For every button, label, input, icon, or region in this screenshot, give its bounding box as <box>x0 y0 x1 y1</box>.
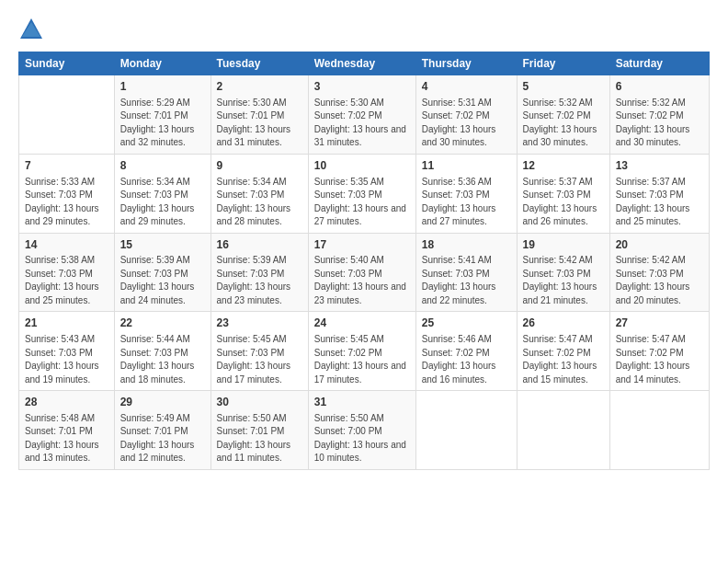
page: SundayMondayTuesdayWednesdayThursdayFrid… <box>0 0 728 563</box>
day-number: 8 <box>120 158 205 174</box>
calendar-cell: 21Sunrise: 5:43 AMSunset: 7:03 PMDayligh… <box>19 312 115 391</box>
day-number: 27 <box>616 316 703 331</box>
column-header-thursday: Thursday <box>415 52 517 75</box>
day-number: 21 <box>25 316 108 331</box>
calendar-cell: 8Sunrise: 5:34 AMSunset: 7:03 PMDaylight… <box>114 154 210 233</box>
calendar-cell <box>609 391 709 470</box>
calendar-cell: 11Sunrise: 5:36 AMSunset: 7:03 PMDayligh… <box>415 154 517 233</box>
calendar-cell: 5Sunrise: 5:32 AMSunset: 7:02 PMDaylight… <box>517 75 609 155</box>
day-number: 20 <box>616 237 703 253</box>
cell-content: Sunrise: 5:37 AMSunset: 7:03 PMDaylight:… <box>616 176 703 229</box>
calendar-cell: 9Sunrise: 5:34 AMSunset: 7:03 PMDaylight… <box>210 154 308 233</box>
day-number: 16 <box>217 237 302 253</box>
cell-content: Sunrise: 5:38 AMSunset: 7:03 PMDaylight:… <box>25 254 108 307</box>
week-row-1: 1Sunrise: 5:29 AMSunset: 7:01 PMDaylight… <box>19 75 710 155</box>
calendar-cell: 13Sunrise: 5:37 AMSunset: 7:03 PMDayligh… <box>609 154 709 233</box>
calendar-cell: 10Sunrise: 5:35 AMSunset: 7:03 PMDayligh… <box>308 154 415 233</box>
svg-marker-1 <box>22 22 40 37</box>
day-number: 3 <box>314 79 410 95</box>
calendar-cell: 14Sunrise: 5:38 AMSunset: 7:03 PMDayligh… <box>19 233 115 312</box>
day-number: 17 <box>314 237 410 253</box>
calendar-cell: 24Sunrise: 5:45 AMSunset: 7:02 PMDayligh… <box>308 312 415 391</box>
cell-content: Sunrise: 5:34 AMSunset: 7:03 PMDaylight:… <box>120 176 205 229</box>
day-number: 15 <box>120 237 205 253</box>
column-header-friday: Friday <box>517 52 609 75</box>
day-number: 22 <box>120 316 205 331</box>
day-number: 13 <box>616 158 703 174</box>
week-row-3: 14Sunrise: 5:38 AMSunset: 7:03 PMDayligh… <box>19 233 710 312</box>
calendar-cell: 4Sunrise: 5:31 AMSunset: 7:02 PMDaylight… <box>415 75 517 155</box>
cell-content: Sunrise: 5:34 AMSunset: 7:03 PMDaylight:… <box>217 176 302 229</box>
calendar-cell: 17Sunrise: 5:40 AMSunset: 7:03 PMDayligh… <box>308 233 415 312</box>
logo <box>18 17 48 42</box>
calendar-cell: 31Sunrise: 5:50 AMSunset: 7:00 PMDayligh… <box>308 391 415 470</box>
cell-content: Sunrise: 5:31 AMSunset: 7:02 PMDaylight:… <box>422 97 511 150</box>
cell-content: Sunrise: 5:48 AMSunset: 7:01 PMDaylight:… <box>25 412 108 465</box>
calendar-cell: 2Sunrise: 5:30 AMSunset: 7:01 PMDaylight… <box>210 75 308 155</box>
cell-content: Sunrise: 5:47 AMSunset: 7:02 PMDaylight:… <box>616 333 703 386</box>
cell-content: Sunrise: 5:46 AMSunset: 7:02 PMDaylight:… <box>422 333 511 386</box>
day-number: 19 <box>523 237 604 253</box>
calendar-cell: 7Sunrise: 5:33 AMSunset: 7:03 PMDaylight… <box>19 154 115 233</box>
calendar-cell <box>19 75 115 155</box>
cell-content: Sunrise: 5:36 AMSunset: 7:03 PMDaylight:… <box>422 176 511 229</box>
week-row-2: 7Sunrise: 5:33 AMSunset: 7:03 PMDaylight… <box>19 154 710 233</box>
calendar-cell: 27Sunrise: 5:47 AMSunset: 7:02 PMDayligh… <box>609 312 709 391</box>
day-number: 31 <box>314 395 410 410</box>
cell-content: Sunrise: 5:42 AMSunset: 7:03 PMDaylight:… <box>523 254 604 307</box>
day-number: 18 <box>422 237 511 253</box>
day-number: 23 <box>217 316 302 331</box>
day-number: 12 <box>523 158 604 174</box>
day-number: 26 <box>523 316 604 331</box>
cell-content: Sunrise: 5:37 AMSunset: 7:03 PMDaylight:… <box>523 176 604 229</box>
day-number: 2 <box>217 79 302 95</box>
day-number: 24 <box>314 316 410 331</box>
day-number: 9 <box>217 158 302 174</box>
calendar-cell: 1Sunrise: 5:29 AMSunset: 7:01 PMDaylight… <box>114 75 210 155</box>
cell-content: Sunrise: 5:44 AMSunset: 7:03 PMDaylight:… <box>120 333 205 386</box>
cell-content: Sunrise: 5:43 AMSunset: 7:03 PMDaylight:… <box>25 333 108 386</box>
day-number: 4 <box>422 79 511 95</box>
calendar-cell: 28Sunrise: 5:48 AMSunset: 7:01 PMDayligh… <box>19 391 115 470</box>
column-header-monday: Monday <box>114 52 210 75</box>
logo-icon <box>18 17 44 42</box>
cell-content: Sunrise: 5:39 AMSunset: 7:03 PMDaylight:… <box>217 254 302 307</box>
day-number: 29 <box>120 395 205 410</box>
day-number: 11 <box>422 158 511 174</box>
calendar-cell: 25Sunrise: 5:46 AMSunset: 7:02 PMDayligh… <box>415 312 517 391</box>
calendar-cell: 15Sunrise: 5:39 AMSunset: 7:03 PMDayligh… <box>114 233 210 312</box>
day-number: 30 <box>217 395 302 410</box>
calendar-table: SundayMondayTuesdayWednesdayThursdayFrid… <box>18 52 710 470</box>
calendar-cell <box>415 391 517 470</box>
calendar-cell: 29Sunrise: 5:49 AMSunset: 7:01 PMDayligh… <box>114 391 210 470</box>
day-number: 5 <box>523 79 604 95</box>
week-row-4: 21Sunrise: 5:43 AMSunset: 7:03 PMDayligh… <box>19 312 710 391</box>
header <box>18 17 710 42</box>
calendar-cell: 23Sunrise: 5:45 AMSunset: 7:03 PMDayligh… <box>210 312 308 391</box>
calendar-cell: 19Sunrise: 5:42 AMSunset: 7:03 PMDayligh… <box>517 233 609 312</box>
cell-content: Sunrise: 5:41 AMSunset: 7:03 PMDaylight:… <box>422 254 511 307</box>
cell-content: Sunrise: 5:32 AMSunset: 7:02 PMDaylight:… <box>616 97 703 150</box>
calendar-cell: 3Sunrise: 5:30 AMSunset: 7:02 PMDaylight… <box>308 75 415 155</box>
calendar-cell: 26Sunrise: 5:47 AMSunset: 7:02 PMDayligh… <box>517 312 609 391</box>
calendar-cell: 16Sunrise: 5:39 AMSunset: 7:03 PMDayligh… <box>210 233 308 312</box>
cell-content: Sunrise: 5:40 AMSunset: 7:03 PMDaylight:… <box>314 254 410 307</box>
cell-content: Sunrise: 5:45 AMSunset: 7:02 PMDaylight:… <box>314 333 410 386</box>
cell-content: Sunrise: 5:33 AMSunset: 7:03 PMDaylight:… <box>25 176 108 229</box>
day-number: 6 <box>616 79 703 95</box>
week-row-5: 28Sunrise: 5:48 AMSunset: 7:01 PMDayligh… <box>19 391 710 470</box>
cell-content: Sunrise: 5:47 AMSunset: 7:02 PMDaylight:… <box>523 333 604 386</box>
calendar-cell: 20Sunrise: 5:42 AMSunset: 7:03 PMDayligh… <box>609 233 709 312</box>
cell-content: Sunrise: 5:32 AMSunset: 7:02 PMDaylight:… <box>523 97 604 150</box>
calendar-cell: 12Sunrise: 5:37 AMSunset: 7:03 PMDayligh… <box>517 154 609 233</box>
day-number: 25 <box>422 316 511 331</box>
cell-content: Sunrise: 5:29 AMSunset: 7:01 PMDaylight:… <box>120 97 205 150</box>
day-number: 1 <box>120 79 205 95</box>
day-number: 7 <box>25 158 108 174</box>
calendar-header-row: SundayMondayTuesdayWednesdayThursdayFrid… <box>19 52 710 75</box>
calendar-cell: 22Sunrise: 5:44 AMSunset: 7:03 PMDayligh… <box>114 312 210 391</box>
cell-content: Sunrise: 5:45 AMSunset: 7:03 PMDaylight:… <box>217 333 302 386</box>
day-number: 14 <box>25 237 108 253</box>
column-header-wednesday: Wednesday <box>308 52 415 75</box>
calendar-cell: 18Sunrise: 5:41 AMSunset: 7:03 PMDayligh… <box>415 233 517 312</box>
